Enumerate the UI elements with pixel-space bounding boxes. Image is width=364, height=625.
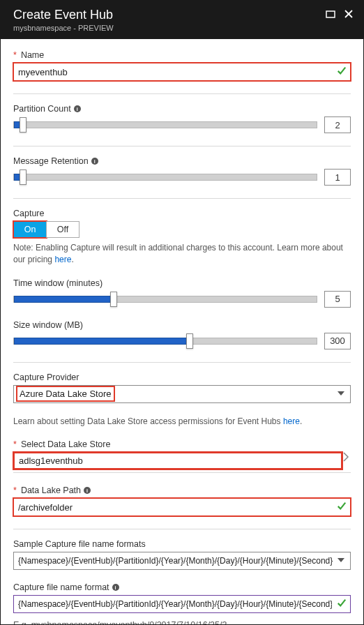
sizewindow-label: Size window (MB): [13, 320, 351, 330]
provider-select[interactable]: Azure Data Lake Store: [13, 385, 351, 403]
sizewindow-value: 300: [324, 333, 351, 349]
info-icon: i: [84, 487, 91, 494]
timewindow-label: Time window (minutes): [13, 278, 351, 288]
partition-slider[interactable]: [13, 121, 317, 128]
blade-header: Create Event Hub mysbnamespace - PREVIEW: [1, 1, 363, 39]
retention-slider[interactable]: [13, 174, 317, 181]
permissions-link[interactable]: here: [283, 416, 300, 426]
divider: [13, 198, 351, 199]
capture-on-toggle[interactable]: On: [13, 221, 47, 238]
format-input[interactable]: [13, 595, 351, 613]
timewindow-value: 5: [324, 291, 351, 308]
check-icon: [337, 598, 347, 610]
path-input[interactable]: [13, 498, 351, 516]
format-label: Capture file name formati: [13, 582, 351, 592]
blade-subtitle: mysbnamespace - PREVIEW: [13, 24, 114, 32]
capture-note: Note: Enabling Capture will result in ad…: [13, 242, 351, 266]
name-label: *Name: [13, 50, 351, 60]
timewindow-slider[interactable]: [13, 296, 317, 303]
maximize-icon[interactable]: [326, 9, 335, 22]
divider: [13, 529, 351, 529]
divider: [13, 146, 351, 146]
store-label: *Select Data Lake Store: [13, 439, 351, 449]
permissions-note: Learn about setting Data Lake Store acce…: [13, 416, 351, 428]
chevron-right-icon: [342, 452, 351, 469]
blade-title: Create Event Hub: [13, 8, 114, 22]
capture-label: Capture: [13, 209, 351, 218]
partition-value: 2: [324, 116, 351, 133]
partition-label: Partition Counti: [13, 104, 351, 114]
provider-label: Capture Provider: [13, 372, 351, 382]
pricing-link[interactable]: here: [54, 255, 71, 264]
sizewindow-slider[interactable]: [13, 338, 317, 345]
divider: [13, 362, 351, 363]
format-example: E.g. mysbnamespace/myeventhub/0/2017/7/1…: [13, 620, 351, 625]
sampleformat-label: Sample Capture file name formats: [13, 539, 351, 549]
form-body: *Name Partition Counti 2 Message Retenti…: [1, 39, 363, 625]
store-picker[interactable]: adlsg1eventhub: [13, 452, 342, 469]
divider: [13, 93, 351, 94]
retention-label: Message Retentioni: [13, 156, 351, 166]
retention-value: 1: [324, 169, 351, 186]
info-icon: i: [91, 158, 98, 165]
close-icon[interactable]: [344, 9, 354, 22]
check-icon: [337, 501, 347, 513]
path-label: *Data Lake Pathi: [13, 485, 351, 495]
check-icon: [337, 66, 347, 78]
capture-off-toggle[interactable]: Off: [46, 221, 79, 238]
info-icon: i: [74, 105, 81, 112]
sampleformat-select[interactable]: {Namespace}/{EventHub}/{PartitionId}/{Ye…: [13, 552, 351, 570]
svg-rect-0: [326, 11, 335, 17]
name-input[interactable]: [13, 63, 351, 81]
info-icon: i: [112, 584, 119, 591]
